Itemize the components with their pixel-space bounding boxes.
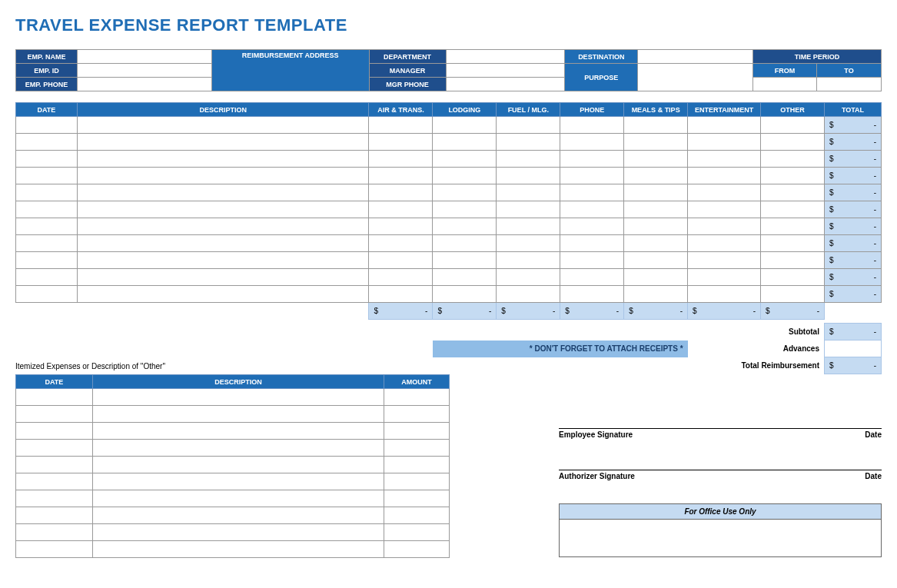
itemized-cell[interactable]	[92, 524, 384, 541]
expense-cell[interactable]	[497, 201, 560, 218]
expense-cell[interactable]	[369, 201, 433, 218]
expense-cell[interactable]	[497, 184, 560, 201]
itemized-row[interactable]	[16, 507, 450, 524]
expense-cell[interactable]	[560, 151, 624, 168]
expense-cell[interactable]	[433, 218, 497, 235]
expense-cell[interactable]	[433, 252, 497, 269]
expense-row[interactable]: $-	[16, 184, 882, 201]
expense-cell[interactable]	[16, 286, 78, 303]
expense-cell[interactable]	[369, 269, 433, 286]
expense-cell[interactable]	[433, 235, 497, 252]
expense-cell[interactable]	[560, 252, 624, 269]
expense-cell[interactable]	[497, 134, 560, 151]
expense-cell[interactable]	[624, 168, 688, 184]
itemized-cell[interactable]	[16, 490, 93, 507]
mgrphone-field[interactable]	[446, 78, 565, 91]
expense-cell[interactable]	[688, 252, 761, 269]
expense-cell[interactable]	[624, 218, 688, 235]
expense-cell[interactable]	[16, 269, 78, 286]
expense-cell[interactable]	[77, 235, 369, 252]
expense-cell[interactable]	[560, 235, 624, 252]
advances-value[interactable]	[824, 341, 881, 357]
expense-cell[interactable]	[688, 218, 761, 235]
expense-cell[interactable]	[433, 151, 497, 168]
expense-cell[interactable]	[624, 235, 688, 252]
expense-cell[interactable]	[560, 117, 624, 134]
expense-cell[interactable]	[624, 151, 688, 168]
expense-cell[interactable]	[688, 134, 761, 151]
expense-cell[interactable]	[688, 117, 761, 134]
expense-cell[interactable]	[497, 168, 560, 184]
expense-cell[interactable]	[16, 151, 78, 168]
itemized-cell[interactable]	[92, 389, 384, 406]
expense-cell[interactable]	[560, 168, 624, 184]
expense-cell[interactable]	[560, 134, 624, 151]
expense-cell[interactable]	[560, 286, 624, 303]
itemized-cell[interactable]	[16, 389, 93, 406]
expense-cell[interactable]	[688, 201, 761, 218]
itemized-cell[interactable]	[384, 457, 450, 473]
manager-field[interactable]	[446, 64, 565, 78]
expense-cell[interactable]	[497, 235, 560, 252]
itemized-cell[interactable]	[92, 507, 384, 524]
itemized-row[interactable]	[16, 440, 450, 457]
expense-cell[interactable]	[16, 201, 78, 218]
itemized-cell[interactable]	[92, 457, 384, 473]
itemized-cell[interactable]	[16, 541, 93, 558]
expense-cell[interactable]	[560, 269, 624, 286]
expense-cell[interactable]	[761, 117, 825, 134]
expense-cell[interactable]	[761, 269, 825, 286]
expense-cell[interactable]	[77, 134, 369, 151]
itemized-cell[interactable]	[384, 507, 450, 524]
expense-cell[interactable]	[16, 235, 78, 252]
dept-field[interactable]	[446, 50, 565, 64]
expense-cell[interactable]	[560, 218, 624, 235]
expense-cell[interactable]	[16, 117, 78, 134]
expense-cell[interactable]	[497, 252, 560, 269]
itemized-cell[interactable]	[384, 490, 450, 507]
expense-cell[interactable]	[16, 252, 78, 269]
expense-cell[interactable]	[433, 269, 497, 286]
authorizer-signature-line[interactable]: Authorizer Signature Date	[559, 470, 882, 480]
itemized-cell[interactable]	[92, 423, 384, 440]
itemized-cell[interactable]	[384, 406, 450, 423]
expense-cell[interactable]	[761, 134, 825, 151]
itemized-row[interactable]	[16, 389, 450, 406]
expense-row[interactable]: $-	[16, 218, 882, 235]
expense-cell[interactable]	[624, 252, 688, 269]
expense-cell[interactable]	[497, 286, 560, 303]
expense-cell[interactable]	[624, 201, 688, 218]
expense-cell[interactable]	[560, 184, 624, 201]
expense-cell[interactable]	[77, 269, 369, 286]
itemized-cell[interactable]	[384, 541, 450, 558]
itemized-cell[interactable]	[384, 473, 450, 490]
itemized-cell[interactable]	[16, 473, 93, 490]
employee-signature-line[interactable]: Employee Signature Date	[559, 428, 882, 439]
expense-cell[interactable]	[497, 269, 560, 286]
expense-cell[interactable]	[688, 269, 761, 286]
purpose-field[interactable]	[638, 64, 753, 91]
expense-cell[interactable]	[369, 184, 433, 201]
itemized-row[interactable]	[16, 423, 450, 440]
expense-cell[interactable]	[369, 117, 433, 134]
expense-cell[interactable]	[624, 286, 688, 303]
expense-row[interactable]: $-	[16, 201, 882, 218]
emp-name-field[interactable]	[77, 50, 211, 64]
itemized-row[interactable]	[16, 524, 450, 541]
itemized-cell[interactable]	[16, 507, 93, 524]
expense-cell[interactable]	[16, 218, 78, 235]
itemized-cell[interactable]	[384, 524, 450, 541]
expense-cell[interactable]	[761, 252, 825, 269]
itemized-cell[interactable]	[92, 440, 384, 457]
expense-cell[interactable]	[369, 168, 433, 184]
expense-cell[interactable]	[369, 151, 433, 168]
expense-cell[interactable]	[624, 184, 688, 201]
itemized-cell[interactable]	[92, 490, 384, 507]
emp-phone-field[interactable]	[77, 78, 211, 91]
expense-cell[interactable]	[16, 184, 78, 201]
to-field[interactable]	[817, 78, 882, 91]
expense-cell[interactable]	[688, 235, 761, 252]
itemized-cell[interactable]	[384, 440, 450, 457]
expense-cell[interactable]	[16, 168, 78, 184]
expense-cell[interactable]	[624, 134, 688, 151]
